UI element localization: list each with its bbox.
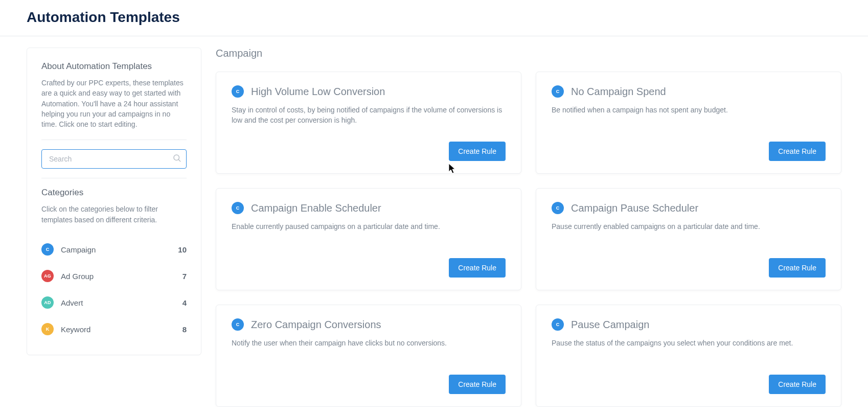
category-label: Campaign	[61, 245, 96, 254]
card-description: Notify the user when their campaign have…	[232, 338, 506, 365]
campaign-badge-icon: C	[552, 318, 564, 331]
category-count: 7	[182, 272, 187, 281]
page-title: Automation Templates	[27, 9, 841, 26]
adgroup-badge-icon: AG	[41, 270, 54, 282]
card-description: Enable currently paused campaigns on a p…	[232, 221, 506, 249]
card-title: High Volume Low Conversion	[251, 86, 385, 98]
card-title: Campaign Enable Scheduler	[251, 202, 381, 214]
create-rule-button[interactable]: Create Rule	[449, 142, 506, 161]
divider	[41, 178, 187, 178]
template-card-pause-scheduler: C Campaign Pause Scheduler Pause current…	[536, 188, 841, 290]
template-card-zero-conversions: C Zero Campaign Conversions Notify the u…	[216, 305, 521, 407]
campaign-badge-icon: C	[232, 202, 244, 214]
campaign-badge-icon: C	[232, 318, 244, 331]
advert-badge-icon: AD	[41, 296, 54, 309]
card-title: No Campaign Spend	[571, 86, 666, 98]
campaign-badge-icon: C	[552, 85, 564, 98]
template-card-enable-scheduler: C Campaign Enable Scheduler Enable curre…	[216, 188, 521, 290]
card-description: Pause the status of the campaigns you se…	[552, 338, 826, 365]
category-count: 8	[182, 325, 187, 334]
divider	[41, 140, 187, 140]
card-description: Pause currently enabled campaigns on a p…	[552, 221, 826, 249]
template-card-no-campaign-spend: C No Campaign Spend Be notified when a c…	[536, 72, 841, 174]
card-title: Pause Campaign	[571, 319, 649, 331]
card-description: Stay in control of costs, by being notif…	[232, 105, 506, 132]
campaign-badge-icon: C	[41, 243, 54, 256]
categories-title: Categories	[41, 188, 187, 198]
create-rule-button[interactable]: Create Rule	[769, 258, 826, 278]
content: Campaign C High Volume Low Conversion St…	[216, 48, 841, 407]
content-section-title: Campaign	[216, 48, 841, 59]
category-item-keyword[interactable]: K Keyword 8	[41, 316, 187, 342]
create-rule-button[interactable]: Create Rule	[769, 375, 826, 394]
card-description: Be notified when a campaign has not spen…	[552, 105, 826, 132]
category-item-adgroup[interactable]: AG Ad Group 7	[41, 263, 187, 289]
category-label: Keyword	[61, 325, 90, 334]
keyword-badge-icon: K	[41, 323, 54, 335]
category-list: C Campaign 10 AG Ad Group 7 AD Advert 4	[41, 236, 187, 342]
about-text: Crafted by our PPC experts, these templa…	[41, 78, 187, 129]
categories-hint: Click on the categories below to filter …	[41, 204, 187, 225]
category-label: Ad Group	[61, 272, 94, 281]
campaign-badge-icon: C	[232, 85, 244, 98]
about-title: About Automation Templates	[41, 61, 187, 72]
category-item-advert[interactable]: AD Advert 4	[41, 289, 187, 316]
template-card-high-volume-low-conversion: C High Volume Low Conversion Stay in con…	[216, 72, 521, 174]
card-title: Campaign Pause Scheduler	[571, 202, 698, 214]
create-rule-button[interactable]: Create Rule	[449, 258, 506, 278]
category-count: 10	[178, 245, 187, 254]
card-title: Zero Campaign Conversions	[251, 319, 381, 331]
search-input[interactable]	[41, 149, 187, 169]
create-rule-button[interactable]: Create Rule	[449, 375, 506, 394]
category-item-campaign[interactable]: C Campaign 10	[41, 236, 187, 263]
page-header: Automation Templates	[0, 0, 868, 36]
campaign-badge-icon: C	[552, 202, 564, 214]
category-label: Advert	[61, 298, 83, 307]
main-container: About Automation Templates Crafted by ou…	[0, 36, 868, 407]
template-card-pause-campaign: C Pause Campaign Pause the status of the…	[536, 305, 841, 407]
category-count: 4	[182, 298, 187, 307]
create-rule-button[interactable]: Create Rule	[769, 142, 826, 161]
sidebar: About Automation Templates Crafted by ou…	[27, 48, 201, 355]
card-grid: C High Volume Low Conversion Stay in con…	[216, 72, 841, 407]
search-wrapper	[41, 149, 187, 169]
